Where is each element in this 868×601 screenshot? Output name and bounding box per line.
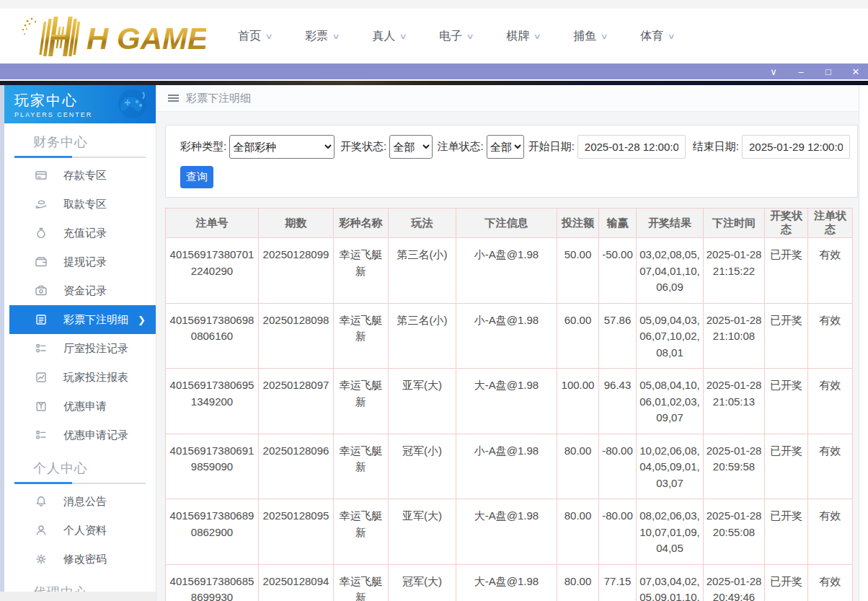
sidebar-item-change-password[interactable]: 修改密码 <box>4 545 156 574</box>
start-date-input[interactable] <box>577 135 686 159</box>
column-header: 开奖结果 <box>637 209 704 238</box>
collapse-button[interactable]: ∨ <box>769 67 779 76</box>
sidebar-item-lottery-bet-details[interactable]: 彩票下注明细❯ <box>9 305 156 334</box>
gear-icon <box>35 553 48 566</box>
wallet-icon <box>35 255 48 268</box>
table-cell: 77.15 <box>599 564 637 601</box>
list-icon <box>35 342 48 355</box>
window-controls: ∨–□✕ <box>769 67 861 76</box>
sidebar-item-notices[interactable]: 消息公告 <box>4 487 156 516</box>
table-cell: 401569173806951349200 <box>166 369 259 434</box>
table-cell: 2025-01-28 21:10:08 <box>704 303 765 369</box>
lottery-type-select[interactable]: 全部彩种 <box>229 135 335 159</box>
nav-item-board-games[interactable]: 棋牌∨ <box>506 29 540 44</box>
sidebar-item-label: 充值记录 <box>63 227 107 240</box>
end-date-input[interactable] <box>742 135 850 159</box>
nav-item-electronic[interactable]: 电子∨ <box>439 29 473 44</box>
table-cell: 幸运飞艇新 <box>334 434 389 499</box>
list-icon <box>35 429 48 442</box>
column-header: 期数 <box>259 209 334 238</box>
table-cell: 401569173806890862900 <box>166 499 259 565</box>
chevron-down-icon: ∨ <box>466 32 474 41</box>
page-title: 彩票下注明细 <box>186 92 251 105</box>
sidebar-item-withdrawal-records[interactable]: 提现记录 <box>4 247 156 276</box>
sidebar-item-deposit-zone[interactable]: 存款专区 <box>4 161 156 190</box>
table-cell: 有效 <box>808 303 853 369</box>
logo[interactable]: H GAME <box>0 15 209 57</box>
table-cell: 有效 <box>808 499 853 565</box>
table-cell: 已开奖 <box>765 238 808 304</box>
nav-item-live[interactable]: 真人∨ <box>372 29 406 44</box>
logo-graphic: H GAME <box>6 15 206 57</box>
close-button[interactable]: ✕ <box>851 67 861 76</box>
chevron-down-icon: ∨ <box>533 32 541 41</box>
nav-item-sports[interactable]: 体育∨ <box>640 29 674 44</box>
table-cell: 大-A盘@1.98 <box>456 369 557 434</box>
table-cell: 20250128097 <box>259 369 334 434</box>
table-cell: 08,02,06,03,10,07,01,09,04,05 <box>637 499 704 565</box>
table-row: 40156917380698080616020250128098幸运飞艇新第三名… <box>166 303 853 369</box>
table-cell: 80.00 <box>557 434 599 499</box>
sidebar-item-label: 资金记录 <box>63 284 107 298</box>
sidebar-item-recharge-records[interactable]: 充值记录 <box>4 219 156 247</box>
hand-cash-icon <box>35 198 48 211</box>
main-menu: 首页∨彩票∨真人∨电子∨棋牌∨捕鱼∨体育∨ <box>238 29 674 44</box>
table-cell: 幸运飞艇新 <box>334 369 389 434</box>
table-cell: 401569173806980806160 <box>166 303 259 369</box>
maximize-button[interactable]: □ <box>823 67 833 76</box>
table-cell: 2025-01-28 20:49:46 <box>704 564 765 601</box>
sidebar: 玩家中心 PLAYERS CENTER 财务中心存款专区取款专区充值记录提现记录… <box>0 85 156 601</box>
purse-icon <box>35 284 48 297</box>
sidebar-item-funds-records[interactable]: 资金记录 <box>4 276 156 305</box>
search-button[interactable]: 查询 <box>180 166 213 188</box>
table-cell: 07,03,04,02,05,09,01,10,06,08 <box>637 564 704 601</box>
sidebar-item-hall-bet-records[interactable]: 厅室投注记录 <box>4 334 156 363</box>
sidebar-item-promo-apply[interactable]: 优惠申请 <box>4 392 156 421</box>
breadcrumb: 彩票下注明细 <box>156 85 868 112</box>
gamepad-icon <box>108 88 150 121</box>
chevron-down-icon: ∨ <box>265 32 273 41</box>
user-icon <box>35 524 48 537</box>
sidebar-header: 玩家中心 PLAYERS CENTER <box>4 85 156 123</box>
table-cell: 已开奖 <box>765 434 808 499</box>
table-cell: 大-A盘@1.98 <box>456 499 557 565</box>
scrollbar-gutter[interactable] <box>859 85 868 601</box>
table-cell: 20250128094 <box>259 564 334 601</box>
coupon-icon <box>35 400 48 413</box>
sidebar-item-label: 彩票下注明细 <box>63 313 128 327</box>
minimize-button[interactable]: – <box>796 67 806 76</box>
column-header: 彩种名称 <box>334 209 389 238</box>
top-nav: H GAME 首页∨彩票∨真人∨电子∨棋牌∨捕鱼∨体育∨ <box>0 0 868 63</box>
nav-item-label: 首页 <box>238 29 261 44</box>
nav-item-home[interactable]: 首页∨ <box>238 29 272 44</box>
table-cell: 大-A盘@1.98 <box>456 564 557 601</box>
order-status-select[interactable]: 全部 <box>487 135 524 159</box>
sidebar-item-profile[interactable]: 个人资料 <box>4 516 156 545</box>
nav-item-label: 捕鱼 <box>573 29 596 44</box>
column-header: 下注信息 <box>456 209 557 238</box>
table-cell: 亚军(大) <box>389 499 456 565</box>
sidebar-section-personal-center: 个人中心消息公告个人资料修改密码 <box>4 449 156 574</box>
lottery-type-label: 彩种类型: <box>180 140 226 154</box>
nav-item-lottery[interactable]: 彩票∨ <box>305 29 339 44</box>
chevron-down-icon: ∨ <box>601 32 608 41</box>
nav-item-fishing[interactable]: 捕鱼∨ <box>573 29 607 44</box>
menu-toggle-icon[interactable] <box>168 95 179 102</box>
table-cell: 有效 <box>808 238 853 304</box>
table-cell: 小-A盘@1.98 <box>456 434 557 499</box>
sidebar-item-promo-apply-records[interactable]: 优惠申请记录 <box>4 421 156 449</box>
table-cell: 有效 <box>808 369 853 434</box>
window-titlebar: ∨–□✕ <box>0 63 868 79</box>
chevron-down-icon: ∨ <box>332 32 340 41</box>
section-title-personal-center: 个人中心 <box>4 460 156 477</box>
chevron-down-icon: ∨ <box>668 32 676 41</box>
table-cell: 57.86 <box>599 303 637 369</box>
nav-item-label: 彩票 <box>305 29 328 44</box>
draw-status-select[interactable]: 全部 <box>389 135 433 159</box>
table-cell: 已开奖 <box>765 564 808 601</box>
sidebar-item-withdraw-zone[interactable]: 取款专区 <box>4 190 156 219</box>
logo-text: H GAME <box>87 22 206 56</box>
sidebar-item-label: 修改密码 <box>63 553 107 566</box>
table-cell: 第三名(小) <box>389 238 456 304</box>
sidebar-item-player-bet-report[interactable]: 玩家投注报表 <box>4 363 156 392</box>
